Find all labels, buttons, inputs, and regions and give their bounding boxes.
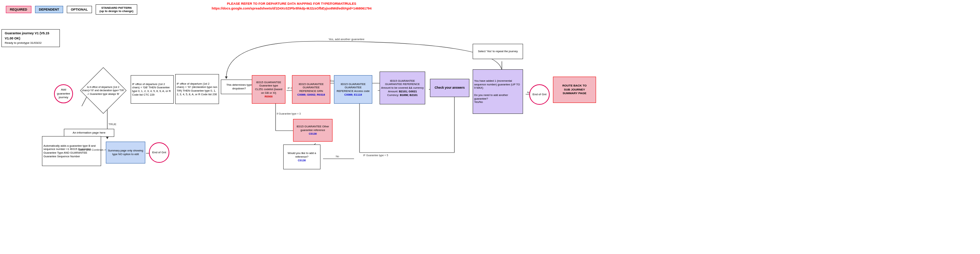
end-of-gnt2-label: End of Gnt — [152, 151, 166, 154]
departure-check-diamond: Is it office of departure (1st 2 chars)=… — [78, 74, 128, 107]
legend-dependent: DEPENDENT — [35, 6, 64, 13]
end-of-gnt-node: End of Gnt — [529, 84, 550, 105]
check-answers-label: Check your answers — [435, 86, 465, 90]
check-answers-node: Check your answers — [430, 79, 469, 97]
select-yes-node: Select 'Yes' to repeat the journey — [473, 44, 523, 59]
diagram-container: Addguaranteejourney Is it office of depa… — [0, 17, 980, 254]
ie015-amount-node: IE015 GUARANTEEGUARANTEE REFERENCE Amoun… — [380, 71, 425, 104]
ie015-ref-node: IE015 GUARANTEEGUARANTEEREFERENCE Access… — [334, 75, 372, 104]
save-continue-label: Save and Continue-> — [78, 148, 106, 151]
route-back-node: ROUTE BACK TOSUB JOURNEYSUMMARY PAGE — [553, 77, 596, 103]
legend-standard: STANDARD PATTERN(up to design to change) — [95, 5, 138, 14]
ie015-other-node: IE015 GUARANTEE Other guarantee referenc… — [293, 119, 332, 141]
office-dep-xi-node: IF office of departure (1st 2 chars) = '… — [175, 74, 219, 104]
add-guarantee-node: Addguaranteejourney — [54, 84, 73, 103]
notice-line2: https://docs.google.com/spreadsheets/d/1… — [212, 6, 372, 11]
end-of-gnt-label: End of Gnt — [533, 93, 546, 96]
summary-page-node: Summary page only showing type NO option… — [106, 141, 145, 164]
legend-required: REQUIRED — [6, 6, 32, 13]
end-of-gnt2-node: End of Gnt — [149, 142, 169, 163]
would-you-like-node: Would you like to add a reference?C0130 — [283, 144, 320, 169]
add-guarantee-label: Addguaranteejourney — [57, 88, 70, 99]
you-have-added-node: You have added 1 (incremental sequence n… — [473, 69, 523, 114]
ie015-guarantee-node: IE015 GUARANTEEGuarantee typeCL251 codel… — [252, 75, 285, 104]
office-dep-gb-node: IF office of departure (1st 2 chars) = '… — [130, 75, 174, 104]
ie015-grn-node: IE015 GUARANTEEGUARANTEEREFERENCE GRNC00… — [292, 75, 330, 104]
notice: PLEASE REFER TO FOR DEPARTURE DATA MAPPI… — [212, 2, 372, 11]
legend-optional: OPTIONAL — [67, 6, 92, 13]
notice-line1: PLEASE REFER TO FOR DEPARTURE DATA MAPPI… — [212, 2, 372, 6]
route-back-label: ROUTE BACK TOSUB JOURNEYSUMMARY PAGE — [562, 84, 587, 95]
info-page-node: An information page here — [64, 129, 114, 137]
legend: REQUIRED DEPENDENT OPTIONAL STANDARD PAT… — [2, 2, 142, 17]
